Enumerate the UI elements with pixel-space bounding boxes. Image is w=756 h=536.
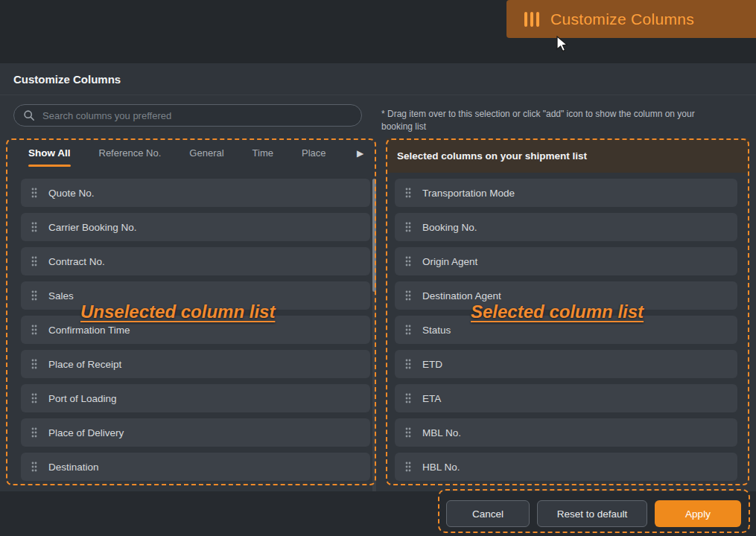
column-item[interactable]: Port of Loading [21, 384, 370, 412]
mouse-cursor [556, 36, 571, 54]
column-item[interactable]: Confirmation Time [21, 316, 370, 344]
drag-handle-icon[interactable] [31, 255, 38, 267]
drag-handle-icon[interactable] [31, 324, 38, 336]
column-item-label: Transportation Mode [422, 188, 515, 199]
search-box[interactable] [13, 104, 362, 127]
scrollbar[interactable] [372, 179, 376, 536]
column-item-label: Destination [48, 462, 99, 473]
column-item-label: MBL No. [422, 427, 461, 438]
column-item-label: Sales [48, 290, 74, 302]
selected-column-list: Transportation Mode Booking No. [395, 179, 737, 487]
column-item[interactable]: Booking No. [395, 213, 737, 241]
column-item[interactable]: Quote No. [21, 179, 370, 207]
column-item-label: Contract No. [48, 256, 105, 267]
column-item-label: Place of Receipt [48, 359, 121, 370]
search-icon [23, 109, 35, 121]
top-bar: Customize Columns [0, 0, 756, 63]
tab[interactable]: Time [252, 147, 273, 167]
column-item[interactable]: Destination [21, 453, 370, 481]
drag-handle-icon[interactable] [31, 221, 38, 233]
column-item-label: Booking No. [422, 222, 477, 233]
dialog-footer: Cancel Reset to default Apply [0, 491, 756, 536]
drag-handle-icon[interactable] [404, 358, 412, 370]
column-item[interactable]: Origin Agent [395, 247, 737, 275]
column-item-label: Confirmation Time [48, 325, 130, 336]
customize-columns-dialog: Customize Columns * Drag item over to th… [0, 63, 756, 536]
drag-handle-icon[interactable] [404, 187, 412, 199]
column-item-label: Origin Agent [422, 256, 477, 267]
column-item[interactable]: Sales [21, 281, 370, 310]
reset-button[interactable]: Reset to default [537, 500, 647, 527]
drag-handle-icon[interactable] [404, 392, 412, 404]
column-item-label: ETD [422, 359, 442, 370]
unselected-column-list: Quote No. Carrier Booking No. [21, 179, 370, 487]
column-item[interactable]: Carrier Booking No. [21, 213, 370, 241]
column-item[interactable]: HBL No. [395, 453, 737, 481]
column-item-label: Place of Delivery [48, 427, 124, 438]
column-item[interactable]: MBL No. [395, 418, 737, 447]
hint-text: * Drag item over to this selection or cl… [381, 108, 725, 134]
column-item-label: Destination Agent [422, 290, 501, 302]
column-item[interactable]: Place of Delivery [21, 418, 370, 447]
column-item[interactable]: Status [395, 316, 737, 344]
screen: Customize Columns Customize Columns * Dr… [0, 0, 756, 536]
column-item[interactable]: Place of Receipt [21, 350, 370, 378]
column-item[interactable]: Destination Agent [395, 281, 737, 310]
column-item-label: HBL No. [422, 462, 460, 473]
column-item[interactable]: Transportation Mode [395, 179, 737, 207]
drag-handle-icon[interactable] [404, 255, 412, 267]
drag-handle-icon[interactable] [404, 324, 412, 336]
column-item[interactable]: ETD [395, 350, 737, 378]
tab[interactable]: Show All [28, 147, 71, 167]
tab[interactable]: Place [302, 147, 326, 167]
customize-columns-button[interactable]: Customize Columns [506, 0, 756, 38]
columns-icon [524, 12, 539, 27]
tabs: Show All Reference No. General Time Plac… [28, 147, 326, 167]
column-item-label: Status [422, 325, 451, 336]
tab[interactable]: Reference No. [99, 147, 162, 167]
drag-handle-icon[interactable] [404, 461, 412, 473]
selected-list-header: Selected columns on your shipment list [387, 138, 749, 173]
search-input[interactable] [41, 109, 352, 122]
scrollbar-thumb[interactable] [372, 179, 376, 292]
drag-handle-icon[interactable] [404, 290, 412, 302]
drag-handle-icon[interactable] [31, 290, 38, 302]
drag-handle-icon[interactable] [31, 358, 38, 370]
drag-handle-icon[interactable] [31, 461, 38, 473]
column-item-label: Carrier Booking No. [48, 222, 137, 233]
column-item-label: Port of Loading [48, 393, 117, 404]
column-item[interactable]: Contract No. [21, 247, 370, 275]
drag-handle-icon[interactable] [31, 392, 38, 404]
cancel-button[interactable]: Cancel [446, 500, 530, 527]
drag-handle-icon[interactable] [404, 221, 412, 233]
drag-handle-icon[interactable] [404, 427, 412, 438]
drag-handle-icon[interactable] [31, 427, 38, 438]
chevron-right-icon[interactable]: ▶ [357, 148, 363, 159]
tab[interactable]: General [189, 147, 223, 167]
apply-button[interactable]: Apply [655, 500, 741, 527]
dialog-title: Customize Columns [13, 73, 121, 86]
column-item-label: Quote No. [48, 188, 95, 199]
column-item-label: ETA [422, 393, 441, 404]
column-item[interactable]: ETA [395, 384, 737, 412]
drag-handle-icon[interactable] [31, 187, 38, 199]
customize-columns-label: Customize Columns [550, 10, 694, 28]
dialog-header: Customize Columns [0, 63, 756, 95]
